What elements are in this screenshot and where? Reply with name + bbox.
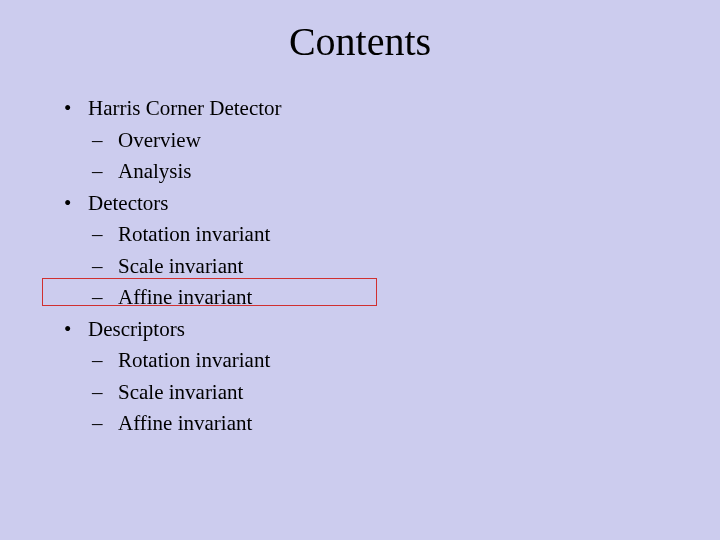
dash-icon: – [92,408,103,440]
dash-icon: – [92,125,103,157]
outline-item-label: Harris Corner Detector [88,96,282,120]
bullet-icon: • [64,93,71,125]
outline-item-l2: –Rotation invariant [64,345,680,377]
outline-item-label: Detectors [88,191,168,215]
outline-content: •Harris Corner Detector–Overview–Analysi… [64,93,680,440]
outline-item-l2: –Scale invariant [64,377,680,409]
outline-item-l2: –Overview [64,125,680,157]
outline-item-l2: –Affine invariant [64,408,680,440]
outline-item-label: Rotation invariant [118,348,270,372]
outline-item-l1: •Harris Corner Detector [64,93,680,125]
outline-item-label: Overview [118,128,201,152]
outline-item-l2: –Affine invariant [64,282,680,314]
outline-item-label: Affine invariant [118,285,252,309]
outline-item-label: Scale invariant [118,254,243,278]
dash-icon: – [92,251,103,283]
outline-item-l2: –Scale invariant [64,251,680,283]
outline-item-label: Affine invariant [118,411,252,435]
outline-item-label: Descriptors [88,317,185,341]
dash-icon: – [92,282,103,314]
dash-icon: – [92,377,103,409]
outline-item-l2: –Analysis [64,156,680,188]
outline-item-label: Scale invariant [118,380,243,404]
bullet-icon: • [64,314,71,346]
slide-title: Contents [40,18,680,65]
outline-item-l1: •Detectors [64,188,680,220]
outline-item-l1: •Descriptors [64,314,680,346]
dash-icon: – [92,156,103,188]
outline-item-l2: –Rotation invariant [64,219,680,251]
outline-item-label: Analysis [118,159,192,183]
outline-item-label: Rotation invariant [118,222,270,246]
slide: Contents •Harris Corner Detector–Overvie… [0,0,720,540]
dash-icon: – [92,345,103,377]
dash-icon: – [92,219,103,251]
bullet-icon: • [64,188,71,220]
